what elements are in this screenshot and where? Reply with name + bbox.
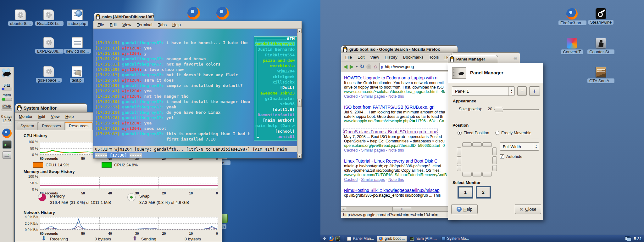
buddy-list-item[interactable]: [school] bbox=[255, 129, 295, 134]
firefox-desktop-icon[interactable] bbox=[187, 7, 200, 20]
add-panel-button[interactable]: + bbox=[529, 86, 540, 96]
search-result-action-link[interactable]: Similar pages bbox=[361, 94, 385, 99]
forward-button-icon[interactable]: ▶ bbox=[350, 64, 354, 69]
search-result-link[interactable]: Linux Tutorial - Linux Recovery and Boot… bbox=[344, 158, 437, 164]
menu-item[interactable]: Edit bbox=[35, 114, 48, 119]
chevron-down-icon[interactable]: ▾ bbox=[356, 65, 358, 68]
desktop-icon-steam-wine[interactable]: Steam-wine bbox=[587, 8, 614, 25]
buddy-list-item[interactable]: schw98 bbox=[255, 101, 295, 107]
desktop-icon-lxpd-iso[interactable]: LXPD-2008... bbox=[35, 37, 62, 54]
menu-item[interactable]: Tools bbox=[426, 55, 441, 60]
close-button[interactable]: ✕ Close bbox=[515, 204, 541, 214]
panel-select-combo[interactable]: Panel 1 ▲▼ bbox=[452, 86, 515, 96]
spinner-arrows-icon[interactable]: ▲▼ bbox=[508, 87, 514, 95]
scroll-left-arrow-icon[interactable]: ◂ bbox=[341, 207, 346, 211]
menu-item[interactable]: Help bbox=[63, 114, 77, 119]
scrollbar-thumb[interactable]: ⦀ bbox=[392, 207, 411, 211]
buddy-list-item[interactable]: pizza and dew bbox=[255, 58, 295, 63]
buddy-list-item[interactable]: awesome John23 bbox=[255, 90, 295, 96]
taskbar-task-firefox[interactable]: grub boot ... bbox=[377, 236, 407, 242]
menu-item[interactable]: File bbox=[342, 55, 355, 60]
buddy-list-item[interactable]: [dell1.6] bbox=[255, 107, 295, 112]
position-top-left-button[interactable] bbox=[462, 142, 472, 147]
firefox-launcher-icon[interactable] bbox=[329, 236, 334, 241]
buddy-list-item[interactable]: aonic01 bbox=[255, 134, 295, 139]
desktop-icon-new-cd-index[interactable]: new cd ind... bbox=[64, 37, 91, 54]
position-top-right-button[interactable] bbox=[482, 142, 492, 147]
buddy-list-item[interactable]: xillsickx bbox=[255, 79, 295, 85]
search-result-action-link[interactable]: Note this bbox=[388, 177, 404, 182]
buddy-list-item[interactable]: xhtmlgeek bbox=[255, 74, 295, 79]
scroll-up-arrow-icon[interactable]: ▲ bbox=[297, 29, 302, 33]
remove-panel-button[interactable]: − bbox=[517, 86, 527, 96]
position-top-center-button[interactable] bbox=[472, 142, 482, 147]
stop-icon[interactable]: ✕ bbox=[366, 64, 371, 69]
position-left-middle-button[interactable] bbox=[457, 156, 461, 164]
desktop-icon-convertit[interactable]: ConvertIT bbox=[558, 38, 586, 55]
xfce-logo-icon[interactable] bbox=[1, 68, 13, 80]
firefox-desktop-icon[interactable] bbox=[216, 7, 229, 20]
scrollbar-thumb[interactable]: ≡ bbox=[297, 99, 302, 107]
home-icon[interactable]: ⌂ bbox=[374, 64, 377, 69]
spinner-arrows-icon[interactable]: ▲▼ bbox=[533, 143, 539, 150]
back-button-icon[interactable]: ◀ bbox=[343, 64, 347, 69]
desktop-icon-counter-strike[interactable]: Counter-St... bbox=[587, 38, 614, 55]
buddy-list-item[interactable]: [naim author] bbox=[255, 118, 295, 123]
fixed-position-radio[interactable] bbox=[458, 131, 462, 135]
buddy-list-item[interactable]: naim help (Dan > bbox=[255, 123, 295, 128]
drive-icon[interactable] bbox=[3, 151, 11, 159]
search-result-link[interactable]: RimuHosting Bliki :: knowledgebase/linux… bbox=[344, 188, 439, 193]
taskbar-task-window[interactable]: Panel Man... bbox=[345, 236, 376, 242]
search-result-action-link[interactable]: Similar pages bbox=[361, 177, 385, 182]
firefox-titlebar[interactable]: grub boot iso - Google Search - Mozilla … bbox=[341, 45, 458, 53]
naim-titlebar[interactable]: naim [AIM:DanDibiase1987] bbox=[94, 13, 154, 21]
search-result-action-link[interactable]: Similar pages bbox=[361, 148, 385, 153]
help-button[interactable]: ? Help bbox=[451, 204, 478, 214]
menu-item[interactable]: View bbox=[367, 55, 382, 60]
buddy-list-item[interactable]: wjm1204 bbox=[255, 68, 295, 74]
desktop-icon-gta-san-andreas[interactable]: GTA San A... bbox=[587, 67, 614, 84]
buddy-list-item[interactable]: gandalfthegrey67 bbox=[255, 41, 295, 47]
menu-item[interactable]: View bbox=[48, 114, 63, 119]
menu-item[interactable]: File bbox=[95, 22, 107, 27]
desktop-icon-ubuntu-iso[interactable]: ubuntu-8.... bbox=[7, 9, 34, 26]
desktop-icon-reactos-iso[interactable]: ReactOS-Li... bbox=[35, 9, 62, 26]
taskbar-task-sysmon[interactable]: System Mo... bbox=[440, 236, 471, 242]
buddy-list-item[interactable]: [DeLL] bbox=[255, 85, 295, 90]
position-right-bottom-button[interactable] bbox=[492, 165, 497, 171]
position-bottom-center-button[interactable] bbox=[472, 172, 482, 176]
menu-item[interactable]: Tabs bbox=[155, 22, 169, 27]
freely-moveable-radio[interactable] bbox=[495, 131, 499, 135]
desktop-icon-index-php[interactable]: index.php bbox=[65, 9, 89, 26]
panel-manager-titlebar[interactable]: Panel Manager bbox=[448, 55, 498, 63]
buddy-list-item[interactable]: Rammstienfan101 bbox=[255, 112, 295, 118]
menu-item[interactable]: Help bbox=[169, 22, 184, 27]
buddy-list-item[interactable]: wezchinsta bbox=[255, 63, 295, 68]
tab-processes[interactable]: Processes bbox=[38, 122, 65, 130]
search-result-link[interactable]: ISO boot from FAT/NTFS/USB (GRUB.exe, gr… bbox=[344, 105, 435, 110]
monitor-1-button[interactable]: 1 bbox=[458, 186, 473, 199]
width-select-combo[interactable]: Full Width ▲▼ bbox=[500, 142, 539, 151]
search-result-action-link[interactable]: Cached bbox=[344, 148, 358, 153]
pinwheel-icon[interactable]: ✣ bbox=[322, 236, 327, 241]
menu-item[interactable]: View bbox=[119, 22, 134, 27]
menu-item[interactable]: Edit bbox=[355, 55, 367, 60]
position-left-bottom-button[interactable] bbox=[457, 165, 461, 171]
buddy-list-item[interactable]: gr3nadinator bbox=[255, 96, 295, 101]
scroll-down-arrow-icon[interactable]: ▼ bbox=[297, 154, 302, 158]
tab-resources[interactable]: Resources bbox=[65, 122, 92, 130]
position-right-middle-button[interactable] bbox=[492, 156, 497, 164]
terminal-launcher-icon[interactable]: >_ bbox=[335, 236, 340, 241]
menu-item[interactable]: Edit bbox=[107, 22, 119, 27]
terminal-launcher-icon[interactable]: >_ bbox=[2, 140, 12, 149]
desktop-icon-gos-space-iso[interactable]: gos-space... bbox=[35, 66, 62, 83]
menu-item[interactable]: Bookmarks bbox=[400, 55, 426, 60]
desktop-icon-firefox3[interactable]: Firefox3-na... bbox=[558, 8, 586, 26]
buddy-list-item[interactable]: PinkKitty554 bbox=[255, 52, 295, 58]
url-bar[interactable]: g http://www.goog bbox=[379, 63, 455, 71]
size-slider-handle[interactable] bbox=[495, 107, 503, 112]
position-bottom-left-button[interactable] bbox=[462, 172, 472, 176]
display-settings-icon[interactable] bbox=[625, 236, 631, 241]
taskbar-task-terminal[interactable]: >naim [AIM:... bbox=[408, 236, 438, 242]
terminal-scrollbar[interactable]: ▲ ≡ ▼ bbox=[297, 29, 302, 158]
